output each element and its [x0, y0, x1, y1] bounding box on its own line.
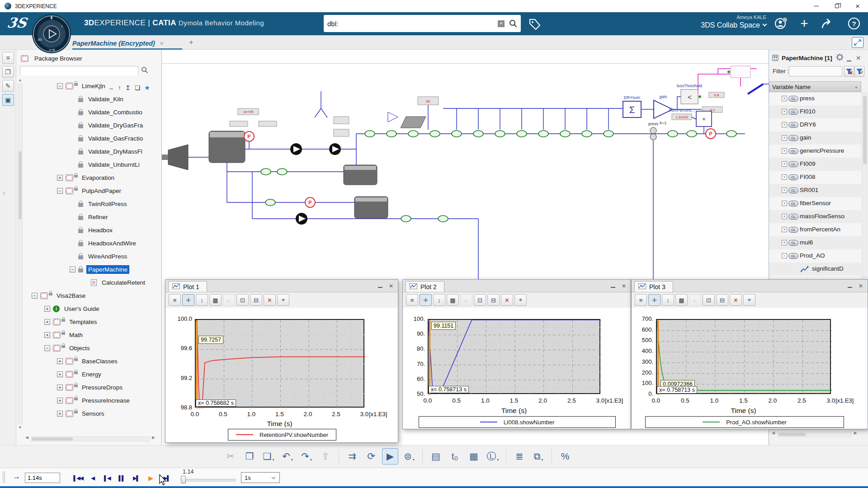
- row-expander-icon[interactable]: +: [782, 161, 787, 167]
- length-unit-button[interactable]: Ⓛ▾: [485, 448, 501, 465]
- plot-delete-plot-button[interactable]: ✕: [501, 294, 513, 306]
- tree-item-baseclasses[interactable]: +BaseClasses: [24, 355, 154, 368]
- plot-zoom-region-button[interactable]: ⌖: [277, 294, 289, 306]
- variable-row-fibersensor[interactable]: +CLfiberSensor: [769, 197, 861, 210]
- dropdown-arrow-icon[interactable]: ▾: [272, 458, 274, 465]
- variable-row-frompercentan[interactable]: +CLfromPercentAn: [769, 223, 861, 236]
- time-slider[interactable]: [183, 479, 236, 481]
- tree-item-sensors[interactable]: +Sensors: [24, 407, 154, 420]
- variable-row-genericpressure[interactable]: +CLgenericPressure: [769, 145, 861, 158]
- panel-collapse-icon[interactable]: ‹: [3, 188, 6, 198]
- row-expander-icon[interactable]: +: [782, 174, 787, 180]
- database-button[interactable]: ⊜▾: [401, 448, 417, 465]
- plot-curve-list-button[interactable]: ≡: [635, 294, 647, 306]
- package-search-input[interactable]: [20, 67, 138, 75]
- share-icon[interactable]: [819, 16, 835, 31]
- tree-item-validate-gasfractio[interactable]: Validate_GasFractio: [24, 132, 154, 145]
- play-backward-button[interactable]: ▌◀: [101, 473, 113, 483]
- restore-button[interactable]: [826, 0, 847, 12]
- plot-area[interactable]: [428, 319, 600, 394]
- plot-window-1[interactable]: Plot 1✕≡✛↕▩←⊡⊟✕⌖100.099.699.298.80.00.51…: [165, 279, 398, 443]
- tree-item-user-s-guide[interactable]: +iUser's Guide: [24, 302, 154, 315]
- variable-row-fi008[interactable]: +CLFI008: [769, 171, 861, 184]
- plot-zoom-region-button[interactable]: ⌖: [743, 294, 755, 306]
- copy-button[interactable]: ❐: [241, 448, 258, 465]
- dropdown-arrow-icon[interactable]: ▾: [497, 458, 499, 465]
- tree-scroll-up-icon[interactable]: ▲: [18, 78, 22, 82]
- plot-back-button[interactable]: ←: [689, 294, 701, 306]
- plot-split-layout-button[interactable]: ⊟: [716, 294, 728, 306]
- tree-expander-icon[interactable]: +: [44, 332, 50, 338]
- tree-vertical-scrollbar[interactable]: [18, 83, 23, 424]
- tag-icon[interactable]: [528, 18, 542, 31]
- play-button[interactable]: ▶: [145, 473, 156, 483]
- minimize-button[interactable]: [806, 0, 826, 12]
- pause-button[interactable]: ▌▌: [116, 473, 127, 483]
- settings-gear-icon[interactable]: [836, 53, 844, 62]
- plot-replot-button[interactable]: ▩: [675, 294, 688, 306]
- tree-item-validate-kiln[interactable]: Validate_Kiln: [24, 93, 154, 106]
- tree-item-validate-drygasfra[interactable]: Validate_DryGasFra: [24, 119, 154, 132]
- tree-item-validate-drymassfl[interactable]: Validate_DryMassFl: [24, 145, 154, 158]
- row-expander-icon[interactable]: +: [782, 188, 787, 193]
- tree-item-math[interactable]: +Math: [24, 328, 154, 342]
- row-expander-icon[interactable]: +: [782, 135, 787, 141]
- variable-row-massflowsenso[interactable]: +CLmassFlowSenso: [769, 210, 861, 223]
- tree-item-headboxandwire[interactable]: HeadboxAndWire: [24, 237, 154, 250]
- plot-close-icon[interactable]: ✕: [622, 283, 626, 289]
- row-expander-icon[interactable]: +: [782, 214, 787, 219]
- tree-horizontal-scrollbar[interactable]: [31, 436, 150, 441]
- add-content-icon[interactable]: +: [797, 16, 812, 31]
- tree-item-calculateretent[interactable]: CalculateRetent: [24, 276, 154, 289]
- redo-button[interactable]: ↷▾: [298, 448, 315, 465]
- tree-expander-icon[interactable]: −: [70, 267, 75, 272]
- plot-curve-list-button[interactable]: ≡: [406, 294, 418, 306]
- tree-item-validate-combustio[interactable]: Validate_Combustio: [24, 106, 154, 119]
- tree-item-refiner[interactable]: Refiner: [24, 211, 154, 224]
- time-slider-handle[interactable]: [181, 476, 186, 483]
- step-forward-button[interactable]: ▶▌: [130, 473, 142, 483]
- tree-expander-icon[interactable]: −: [57, 188, 63, 194]
- variable-row-mul6[interactable]: +CLmul6: [769, 236, 861, 249]
- tree-item-wireandpress[interactable]: WireAndPress: [24, 250, 154, 263]
- sidebar-model-tree-icon[interactable]: ≡: [2, 52, 14, 64]
- plot-minimize-icon[interactable]: [378, 283, 382, 289]
- variable-row-sr001[interactable]: +CLSR001: [769, 184, 861, 197]
- variable-row-significantd[interactable]: significantD: [769, 263, 861, 276]
- connections-button[interactable]: ⇉: [344, 448, 360, 465]
- plot-split-layout-button[interactable]: ⊟: [487, 294, 500, 306]
- tree-item-twinrollpress[interactable]: TwinRollPress: [24, 197, 154, 211]
- variable-row-fi009[interactable]: +CLFI009: [769, 158, 861, 171]
- skip-to-start-button[interactable]: ▌◀◀: [72, 473, 84, 483]
- plot-curve-list-button[interactable]: ≡: [169, 294, 181, 306]
- undo-button[interactable]: ↶▾: [279, 448, 296, 465]
- variable-row-press[interactable]: +CLpress: [769, 92, 861, 105]
- panel-close-icon[interactable]: ✕: [856, 54, 861, 61]
- row-expander-icon[interactable]: −: [782, 253, 787, 258]
- plot-delete-plot-button[interactable]: ✕: [264, 294, 276, 306]
- plot-zoom-region-button[interactable]: ⌖: [514, 294, 527, 306]
- tree-expander-icon[interactable]: +: [44, 319, 50, 325]
- plot-close-icon[interactable]: ✕: [859, 283, 863, 289]
- filter-input[interactable]: [789, 66, 842, 76]
- plot-area[interactable]: [195, 319, 364, 408]
- search-input[interactable]: [327, 20, 498, 28]
- plot-rescale-axes-button[interactable]: ↕: [662, 294, 674, 306]
- package-search-icon[interactable]: [141, 66, 148, 74]
- tree-scroll-down-icon[interactable]: ▼: [18, 425, 22, 430]
- tab-papermachine[interactable]: PaperMachine (Encrypted) ✕: [72, 37, 164, 50]
- tree-expander-icon[interactable]: +: [57, 385, 63, 390]
- variable-horizontal-scrollbar[interactable]: [777, 432, 851, 437]
- tab-close-icon[interactable]: ✕: [160, 41, 164, 47]
- tree-expander-icon[interactable]: +: [57, 411, 63, 417]
- plot-pan-button[interactable]: ✛: [420, 294, 432, 306]
- tree-item-templates[interactable]: +Templates: [24, 315, 154, 328]
- dropdown-arrow-icon[interactable]: ▾: [310, 458, 312, 465]
- plot-rescale-axes-button[interactable]: ↕: [196, 294, 208, 306]
- row-expander-icon[interactable]: +: [782, 227, 787, 232]
- plot-zoom-to-fit-button[interactable]: ⊡: [236, 294, 249, 306]
- plot-tab[interactable]: Plot 3: [634, 281, 673, 292]
- search-clear-icon[interactable]: ✕: [498, 20, 505, 27]
- report-table-button[interactable]: ▤: [428, 448, 444, 465]
- user-block[interactable]: Ameya KALE 3DS Collab Space: [665, 14, 766, 30]
